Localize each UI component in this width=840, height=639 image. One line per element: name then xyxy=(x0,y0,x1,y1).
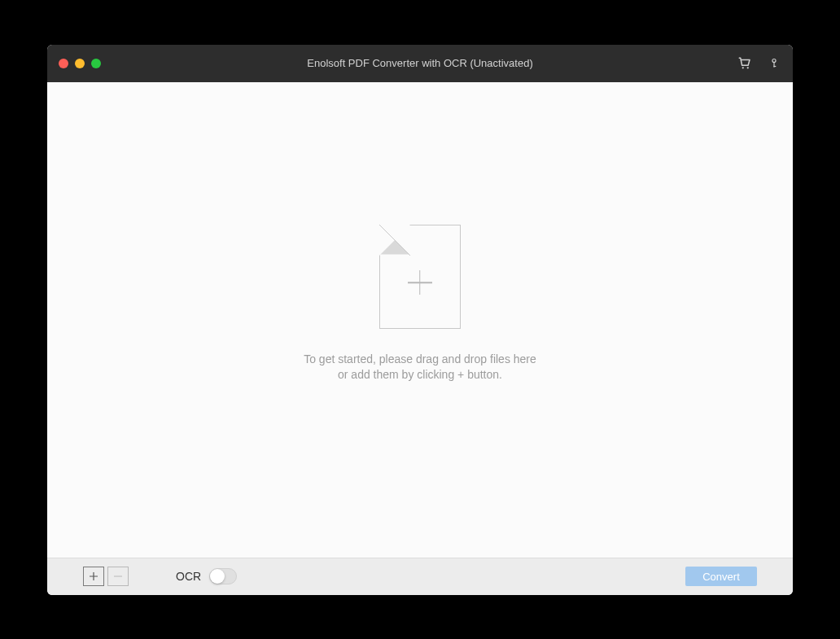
titlebar: Enolsoft PDF Converter with OCR (Unactiv… xyxy=(47,45,793,82)
ocr-label: OCR xyxy=(176,570,201,583)
close-window-button[interactable] xyxy=(59,59,68,68)
svg-point-1 xyxy=(747,67,749,68)
add-file-button[interactable] xyxy=(83,567,104,586)
svg-rect-4 xyxy=(773,65,776,66)
content-area: To get started, please drag and drop fil… xyxy=(47,82,793,558)
ocr-section: OCR xyxy=(176,568,237,584)
app-window: Enolsoft PDF Converter with OCR (Unactiv… xyxy=(47,45,793,595)
minimize-window-button[interactable] xyxy=(75,59,85,68)
drop-zone[interactable]: To get started, please drag and drop fil… xyxy=(304,225,536,383)
convert-button[interactable]: Convert xyxy=(685,567,757,586)
file-list-controls xyxy=(83,567,129,586)
drop-instructions: To get started, please drag and drop fil… xyxy=(304,352,536,383)
window-controls xyxy=(59,59,101,68)
file-add-icon xyxy=(379,225,461,329)
footer-toolbar: OCR Convert xyxy=(47,558,793,595)
ocr-toggle[interactable] xyxy=(209,568,237,584)
ocr-toggle-thumb xyxy=(210,569,225,584)
key-icon[interactable] xyxy=(767,56,781,71)
cart-icon[interactable] xyxy=(737,56,752,71)
drop-text-line-1: To get started, please drag and drop fil… xyxy=(304,352,536,367)
window-title: Enolsoft PDF Converter with OCR (Unactiv… xyxy=(47,57,793,69)
maximize-window-button[interactable] xyxy=(91,59,101,68)
svg-point-2 xyxy=(772,59,776,62)
drop-text-line-2: or add them by clicking + button. xyxy=(304,367,536,383)
titlebar-actions xyxy=(737,56,781,71)
svg-point-0 xyxy=(742,67,744,68)
remove-file-button[interactable] xyxy=(107,567,129,586)
